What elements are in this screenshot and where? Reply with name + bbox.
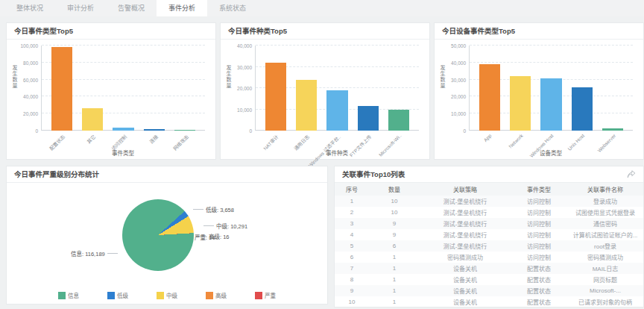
y-tick-label: 100,000 <box>21 43 39 49</box>
card-title: 今日设备事件类型Top5 <box>435 23 643 40</box>
legend-item-1[interactable]: 低级 <box>107 291 128 299</box>
x-axis-title: 设备类型 <box>469 149 633 157</box>
y-axis-title: 发生数量 <box>10 65 18 89</box>
bar-slot <box>291 46 321 131</box>
x-axis-title: 事件种类 <box>255 149 419 157</box>
bar-Windows Host[interactable] <box>540 78 561 131</box>
table-cell: 6 <box>335 252 369 263</box>
table-cell: 试图使用显式凭据登录 <box>567 207 643 218</box>
table-row: 56测试-堡垒机绕行访问控制root登录 <box>335 240 643 252</box>
y-tick-label: 40,000 <box>23 94 38 99</box>
table-cell: 配置状态 <box>511 296 567 308</box>
bar-NAT审计[interactable] <box>265 63 286 131</box>
card-title: 关联事件Top10列表 <box>335 166 643 183</box>
table-cell: 1 <box>369 274 420 285</box>
table-cell: 7 <box>335 263 369 274</box>
plot-area: 010,00020,00030,00040,000 <box>255 46 419 131</box>
table-cell: 测试-堡垒机绕行 <box>420 196 511 207</box>
correlated-events-table: 序号数量关联策略事件类型关联事件名称 110测试-堡垒机绕行访问控制登录成功21… <box>335 183 643 308</box>
legend-item-3[interactable]: 高级 <box>206 291 227 299</box>
y-tick-label: 30,000 <box>237 64 252 69</box>
legend-item-2[interactable]: 中级 <box>157 291 177 299</box>
legend-item-0[interactable]: 信息 <box>58 291 79 299</box>
bar-配置状态[interactable] <box>51 47 72 131</box>
y-tick-label: 10,000 <box>451 111 466 116</box>
table-cell: 计算机试图验证帐户的... <box>567 229 643 240</box>
bar-Unix Host[interactable] <box>572 87 593 131</box>
bar-通用日志[interactable] <box>296 80 317 131</box>
x-category-label: 连接 <box>147 133 159 145</box>
bar-series <box>256 46 419 131</box>
table-cell: MAIL日志 <box>567 263 643 274</box>
bar-FTP文件上传[interactable] <box>358 106 379 131</box>
bar-slot <box>598 46 628 131</box>
table-row: 210测试-堡垒机绕行访问控制试图使用显式凭据登录 <box>335 207 643 218</box>
table-header-row: 序号数量关联策略事件类型关联事件名称 <box>335 183 643 196</box>
chart-title: 今日设备事件类型Top5 <box>442 23 515 40</box>
table-cell: 密码猜测成功 <box>420 252 511 263</box>
bar-slot <box>384 46 414 131</box>
y-tick-label: 0 <box>463 128 466 134</box>
bar-App[interactable] <box>479 64 500 131</box>
legend-label: 中级 <box>166 291 177 299</box>
table-row: 110测试-堡垒机绕行访问控制登录成功 <box>335 196 643 207</box>
table-cell: 1 <box>335 196 369 207</box>
bar-series <box>470 46 633 131</box>
table-cell: 测试-堡垒机绕行 <box>420 207 511 218</box>
card-title: 今日事件严重级别分布统计 <box>7 166 327 183</box>
table-cell: 登录成功 <box>567 196 643 207</box>
pie-callout-severe: 严重: 14 <box>195 233 215 241</box>
y-tick-label: 80,000 <box>23 60 38 65</box>
table-cell: 访问控制 <box>511 218 567 229</box>
nav-tab-1[interactable]: 审计分析 <box>55 0 106 16</box>
table-row: 39测试-堡垒机绕行访问控制通信密码 <box>335 218 643 229</box>
bar-Network[interactable] <box>510 76 531 131</box>
table-row: 81设备关机配置状态网页标题 <box>335 274 643 285</box>
nav-tab-4[interactable]: 系统状态 <box>207 0 258 16</box>
legend-swatch <box>255 292 262 299</box>
table-cell: 1 <box>369 296 420 308</box>
bar-slot <box>566 46 597 131</box>
table-cell: 2 <box>335 207 369 218</box>
x-category-label: 其它 <box>85 133 97 145</box>
plot-area: 010,00020,00030,00040,00050,000 <box>469 46 633 131</box>
plot-area: 020,00040,00060,00080,000100,000 <box>41 46 205 131</box>
chart-title: 今日事件种类Top5 <box>228 23 287 40</box>
pie-graphic[interactable] <box>122 199 194 271</box>
table-cell: 访问控制 <box>511 229 567 240</box>
bar-slot <box>170 46 201 131</box>
y-tick-label: 40,000 <box>451 60 466 65</box>
nav-tab-0[interactable]: 整体状况 <box>4 0 55 16</box>
chart-title: 今日事件类型Top5 <box>14 23 73 40</box>
y-tick-label: 30,000 <box>451 77 466 82</box>
bar-其它[interactable] <box>82 108 103 131</box>
card-title: 今日事件类型Top5 <box>7 23 215 40</box>
bar-网络攻击[interactable] <box>174 130 195 131</box>
card-device-event-type-top5: 今日设备事件类型Top5 发生数量 010,00020,00030,00040,… <box>434 22 644 160</box>
y-tick-label: 40,000 <box>237 43 252 49</box>
bar-Windows 过滤平台..[interactable] <box>326 90 347 131</box>
table-column-header: 关联事件名称 <box>567 183 643 196</box>
bar-Microsoft-Wi..[interactable] <box>388 110 409 131</box>
nav-tab-2[interactable]: 告警概况 <box>106 0 157 16</box>
share-icon[interactable] <box>627 170 636 178</box>
legend-swatch <box>157 292 164 299</box>
card-event-kind-top5: 今日事件种类Top5 发生数量 010,00020,00030,00040,00… <box>220 22 430 160</box>
y-tick-label: 20,000 <box>237 86 252 91</box>
bar-访问控制[interactable] <box>113 128 133 131</box>
y-tick-label: 0 <box>249 128 252 134</box>
bar-连接[interactable] <box>144 129 165 131</box>
legend-item-4[interactable]: 严重 <box>255 291 276 299</box>
bar-chart-event-type: 发生数量 020,00040,00060,00080,000100,000 配置… <box>7 40 215 159</box>
bar-slot <box>474 46 505 131</box>
legend-label: 高级 <box>215 291 227 299</box>
table-cell: 9 <box>335 285 369 296</box>
card-correlated-events: 关联事件Top10列表 序号数量关联策略事件类型关联事件名称 110测试-堡垒机… <box>334 166 644 308</box>
table-cell: 1 <box>369 263 420 274</box>
table-column-header: 序号 <box>335 183 369 196</box>
bar-Webserver[interactable] <box>602 128 623 131</box>
nav-tab-3[interactable]: 事件分析 <box>157 0 207 16</box>
dashboard-screen: 整体状况审计分析告警概况事件分析系统状态 今日事件类型Top5 发生数量 020… <box>0 0 644 309</box>
bar-chart-event-kind: 发生数量 010,00020,00030,00040,000 NAT审计通用日志… <box>221 40 429 159</box>
pie-callout-mid: 中级: 10,291 <box>203 222 247 230</box>
